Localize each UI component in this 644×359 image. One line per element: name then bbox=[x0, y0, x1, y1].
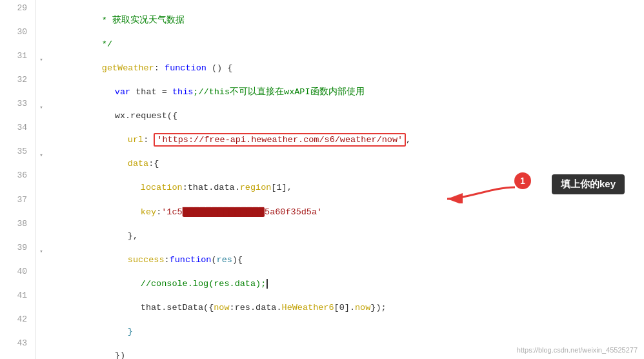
table-row: 42 } bbox=[0, 311, 644, 335]
line-number: 43 bbox=[0, 335, 35, 359]
line-content: */ bbox=[47, 24, 644, 48]
line-arrow bbox=[35, 192, 47, 216]
table-row: 35 ▾ data:{ bbox=[0, 143, 644, 167]
line-number: 39 bbox=[0, 240, 35, 263]
line-arrow bbox=[35, 119, 47, 143]
line-content: } bbox=[47, 311, 644, 335]
table-row: 37 key:'1c5██████████████5a60f35d5a' bbox=[0, 192, 644, 216]
table-row: 31 ▾ getWeather: function () { bbox=[0, 48, 644, 72]
table-row: 39 ▾ success:function(res){ bbox=[0, 240, 644, 263]
line-content: //console.log(res.data); bbox=[47, 263, 644, 287]
table-row: 34 url: 'https://free-api.heweather.com/… bbox=[0, 119, 644, 143]
line-arrow bbox=[35, 24, 47, 48]
line-content: wx.request({ bbox=[47, 96, 644, 119]
line-arrow bbox=[35, 216, 47, 240]
line-arrow: ▾ bbox=[35, 48, 47, 72]
table-row: 40 //console.log(res.data); bbox=[0, 263, 644, 287]
line-content: location:that.data.region[1], bbox=[47, 167, 644, 191]
line-arrow bbox=[35, 167, 47, 191]
line-number: 36 bbox=[0, 167, 35, 191]
line-number: 30 bbox=[0, 24, 35, 48]
line-number: 34 bbox=[0, 119, 35, 143]
line-number: 33 bbox=[0, 96, 35, 119]
line-content: key:'1c5██████████████5a60f35d5a' bbox=[47, 192, 644, 216]
table-row: 29 * 获取实况天气数据 bbox=[0, 0, 644, 24]
line-number: 31 bbox=[0, 48, 35, 72]
table-row: 32 var that = this;//this不可以直接在wxAPI函数内部… bbox=[0, 72, 644, 96]
line-content: var that = this;//this不可以直接在wxAPI函数内部使用 bbox=[47, 72, 644, 96]
line-number: 37 bbox=[0, 192, 35, 216]
line-number: 35 bbox=[0, 143, 35, 167]
line-arrow: ▾ bbox=[35, 240, 47, 263]
line-arrow bbox=[35, 72, 47, 96]
line-number: 40 bbox=[0, 263, 35, 287]
table-row: 38 }, bbox=[0, 216, 644, 240]
line-arrow bbox=[35, 311, 47, 335]
line-number: 42 bbox=[0, 311, 35, 335]
watermark: https://blog.csdn.net/weixin_45525277 bbox=[517, 346, 638, 354]
table-row: 36 location:that.data.region[1], bbox=[0, 167, 644, 191]
line-arrow bbox=[35, 0, 47, 24]
table-row: 30 */ bbox=[0, 24, 644, 48]
line-content: data:{ bbox=[47, 143, 644, 167]
line-arrow: ▾ bbox=[35, 143, 47, 167]
line-arrow bbox=[35, 287, 47, 311]
table-row: 41 that.setData({now:res.data.HeWeather6… bbox=[0, 287, 644, 311]
line-number: 38 bbox=[0, 216, 35, 240]
line-content: url: 'https://free-api.heweather.com/s6/… bbox=[47, 119, 644, 143]
line-arrow: ▾ bbox=[35, 96, 47, 119]
line-arrow bbox=[35, 335, 47, 359]
line-content: }, bbox=[47, 216, 644, 240]
line-number: 29 bbox=[0, 0, 35, 24]
line-content: that.setData({now:res.data.HeWeather6[0]… bbox=[47, 287, 644, 311]
line-number: 32 bbox=[0, 72, 35, 96]
line-content: * 获取实况天气数据 bbox=[47, 0, 644, 24]
code-area: 29 * 获取实况天气数据 30 */ 31 ▾ getWeather: fun… bbox=[0, 0, 644, 359]
table-row: 33 ▾ wx.request({ bbox=[0, 96, 644, 119]
code-editor: 29 * 获取实况天气数据 30 */ 31 ▾ getWeather: fun… bbox=[0, 0, 644, 359]
line-arrow bbox=[35, 263, 47, 287]
line-number: 41 bbox=[0, 287, 35, 311]
line-content: success:function(res){ bbox=[47, 240, 644, 263]
line-content: getWeather: function () { bbox=[47, 48, 644, 72]
